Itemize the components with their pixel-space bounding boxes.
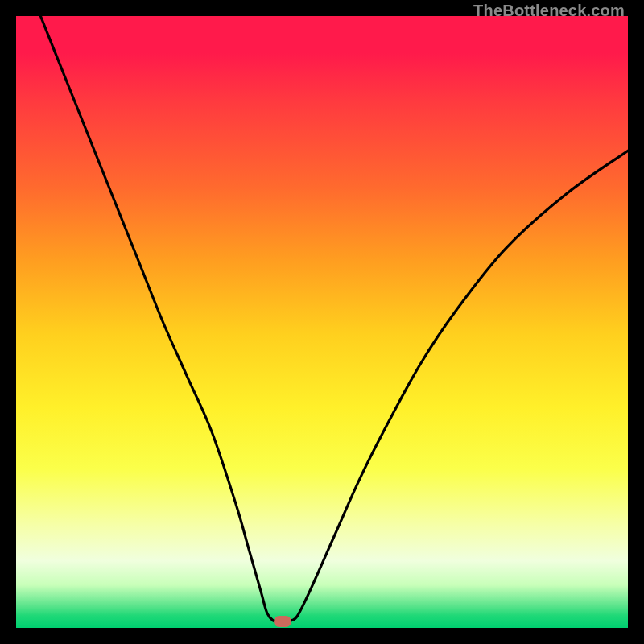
optimal-point-marker [274,616,291,627]
chart-frame: TheBottleneck.com [0,0,644,644]
plot-area [16,16,628,628]
watermark-text: TheBottleneck.com [473,2,625,20]
